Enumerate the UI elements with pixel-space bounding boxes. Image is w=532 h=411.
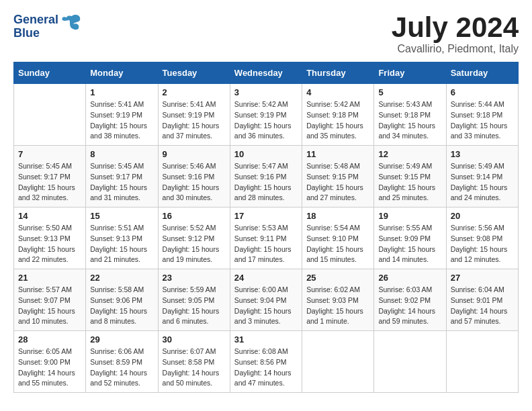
calendar-cell: 14Sunrise: 5:50 AM Sunset: 9:13 PM Dayli… <box>14 208 86 269</box>
calendar-cell: 17Sunrise: 5:53 AM Sunset: 9:11 PM Dayli… <box>230 208 302 269</box>
calendar-cell: 1Sunrise: 5:41 AM Sunset: 9:19 PM Daylig… <box>86 84 158 146</box>
day-number: 28 <box>18 334 81 345</box>
calendar-cell <box>14 84 86 146</box>
calendar-cell: 29Sunrise: 6:06 AM Sunset: 8:59 PM Dayli… <box>86 331 158 393</box>
day-info: Sunrise: 5:47 AM Sunset: 9:16 PM Dayligh… <box>234 161 298 203</box>
calendar-table: SundayMondayTuesdayWednesdayThursdayFrid… <box>13 62 519 393</box>
day-info: Sunrise: 5:52 AM Sunset: 9:12 PM Dayligh… <box>163 223 226 265</box>
calendar-cell: 26Sunrise: 6:03 AM Sunset: 9:02 PM Dayli… <box>374 269 446 331</box>
day-info: Sunrise: 5:57 AM Sunset: 9:07 PM Dayligh… <box>18 285 81 327</box>
day-info: Sunrise: 5:45 AM Sunset: 9:17 PM Dayligh… <box>90 161 153 203</box>
day-number: 20 <box>451 211 514 221</box>
day-number: 18 <box>306 211 369 221</box>
calendar-cell <box>446 331 518 393</box>
day-info: Sunrise: 6:06 AM Sunset: 8:59 PM Dayligh… <box>90 347 153 389</box>
header-day-saturday: Saturday <box>446 62 518 84</box>
day-info: Sunrise: 5:41 AM Sunset: 9:19 PM Dayligh… <box>163 99 226 142</box>
header-day-monday: Monday <box>86 62 158 84</box>
calendar-cell: 18Sunrise: 5:54 AM Sunset: 9:10 PM Dayli… <box>302 208 374 269</box>
calendar-week-row: 7Sunrise: 5:45 AM Sunset: 9:17 PM Daylig… <box>14 146 519 208</box>
day-info: Sunrise: 5:54 AM Sunset: 9:10 PM Dayligh… <box>306 223 369 265</box>
day-info: Sunrise: 6:03 AM Sunset: 9:02 PM Dayligh… <box>378 285 441 327</box>
day-number: 25 <box>306 273 369 283</box>
day-number: 23 <box>163 273 226 283</box>
calendar-cell: 2Sunrise: 5:41 AM Sunset: 9:19 PM Daylig… <box>158 84 230 146</box>
day-number: 24 <box>234 273 298 283</box>
day-number: 13 <box>451 149 514 159</box>
calendar-cell: 5Sunrise: 5:43 AM Sunset: 9:18 PM Daylig… <box>374 84 446 146</box>
calendar-cell: 9Sunrise: 5:46 AM Sunset: 9:16 PM Daylig… <box>158 146 230 208</box>
day-number: 3 <box>234 87 298 97</box>
calendar-cell: 13Sunrise: 5:49 AM Sunset: 9:14 PM Dayli… <box>446 146 518 208</box>
header-day-sunday: Sunday <box>14 62 86 84</box>
logo-bird-icon <box>60 11 84 38</box>
day-number: 6 <box>451 87 514 97</box>
day-number: 12 <box>378 149 441 159</box>
day-info: Sunrise: 5:49 AM Sunset: 9:14 PM Dayligh… <box>451 161 514 203</box>
month-year-title: July 2024 <box>392 13 519 42</box>
day-number: 9 <box>163 149 226 159</box>
day-number: 31 <box>234 334 298 345</box>
calendar-cell: 11Sunrise: 5:48 AM Sunset: 9:15 PM Dayli… <box>302 146 374 208</box>
day-info: Sunrise: 5:45 AM Sunset: 9:17 PM Dayligh… <box>18 161 81 203</box>
calendar-cell: 28Sunrise: 6:05 AM Sunset: 9:00 PM Dayli… <box>14 331 86 393</box>
day-info: Sunrise: 6:05 AM Sunset: 9:00 PM Dayligh… <box>18 347 81 389</box>
calendar-header-row: SundayMondayTuesdayWednesdayThursdayFrid… <box>14 62 519 84</box>
day-info: Sunrise: 5:51 AM Sunset: 9:13 PM Dayligh… <box>90 223 153 265</box>
calendar-cell: 4Sunrise: 5:42 AM Sunset: 9:18 PM Daylig… <box>302 84 374 146</box>
calendar-cell: 22Sunrise: 5:58 AM Sunset: 9:06 PM Dayli… <box>86 269 158 331</box>
day-info: Sunrise: 6:07 AM Sunset: 8:58 PM Dayligh… <box>163 347 226 389</box>
calendar-cell: 8Sunrise: 5:45 AM Sunset: 9:17 PM Daylig… <box>86 146 158 208</box>
header: General Blue July 2024 Cavallirio, Piedm… <box>13 13 519 55</box>
header-day-friday: Friday <box>374 62 446 84</box>
header-day-thursday: Thursday <box>302 62 374 84</box>
title-section: July 2024 Cavallirio, Piedmont, Italy <box>392 13 519 55</box>
calendar-cell: 3Sunrise: 5:42 AM Sunset: 9:19 PM Daylig… <box>230 84 302 146</box>
day-number: 4 <box>306 87 369 97</box>
location-subtitle: Cavallirio, Piedmont, Italy <box>392 43 519 55</box>
calendar-cell: 15Sunrise: 5:51 AM Sunset: 9:13 PM Dayli… <box>86 208 158 269</box>
day-info: Sunrise: 6:08 AM Sunset: 8:56 PM Dayligh… <box>234 347 298 389</box>
day-number: 17 <box>234 211 298 221</box>
day-number: 22 <box>90 273 153 283</box>
header-day-wednesday: Wednesday <box>230 62 302 84</box>
day-info: Sunrise: 5:49 AM Sunset: 9:15 PM Dayligh… <box>378 161 441 203</box>
day-number: 2 <box>163 87 226 97</box>
logo: General Blue <box>13 13 84 40</box>
day-info: Sunrise: 5:53 AM Sunset: 9:11 PM Dayligh… <box>234 223 298 265</box>
calendar-week-row: 14Sunrise: 5:50 AM Sunset: 9:13 PM Dayli… <box>14 208 519 269</box>
day-number: 16 <box>163 211 226 221</box>
calendar-cell: 20Sunrise: 5:56 AM Sunset: 9:08 PM Dayli… <box>446 208 518 269</box>
day-info: Sunrise: 5:44 AM Sunset: 9:18 PM Dayligh… <box>451 99 514 142</box>
calendar-cell <box>374 331 446 393</box>
calendar-cell: 30Sunrise: 6:07 AM Sunset: 8:58 PM Dayli… <box>158 331 230 393</box>
day-info: Sunrise: 6:04 AM Sunset: 9:01 PM Dayligh… <box>451 285 514 327</box>
day-number: 11 <box>306 149 369 159</box>
day-number: 10 <box>234 149 298 159</box>
calendar-cell: 16Sunrise: 5:52 AM Sunset: 9:12 PM Dayli… <box>158 208 230 269</box>
day-info: Sunrise: 6:02 AM Sunset: 9:03 PM Dayligh… <box>306 285 369 327</box>
calendar-week-row: 28Sunrise: 6:05 AM Sunset: 9:00 PM Dayli… <box>14 331 519 393</box>
day-number: 7 <box>18 149 81 159</box>
day-info: Sunrise: 6:00 AM Sunset: 9:04 PM Dayligh… <box>234 285 298 327</box>
calendar-cell: 10Sunrise: 5:47 AM Sunset: 9:16 PM Dayli… <box>230 146 302 208</box>
calendar-cell: 19Sunrise: 5:55 AM Sunset: 9:09 PM Dayli… <box>374 208 446 269</box>
day-info: Sunrise: 5:41 AM Sunset: 9:19 PM Dayligh… <box>90 99 153 142</box>
calendar-cell: 25Sunrise: 6:02 AM Sunset: 9:03 PM Dayli… <box>302 269 374 331</box>
calendar-cell: 24Sunrise: 6:00 AM Sunset: 9:04 PM Dayli… <box>230 269 302 331</box>
logo-blue: Blue <box>13 27 58 40</box>
day-info: Sunrise: 5:42 AM Sunset: 9:19 PM Dayligh… <box>234 99 298 142</box>
day-number: 30 <box>163 334 226 345</box>
day-info: Sunrise: 5:58 AM Sunset: 9:06 PM Dayligh… <box>90 285 153 327</box>
day-number: 1 <box>90 87 153 97</box>
day-info: Sunrise: 5:48 AM Sunset: 9:15 PM Dayligh… <box>306 161 369 203</box>
calendar-cell: 23Sunrise: 5:59 AM Sunset: 9:05 PM Dayli… <box>158 269 230 331</box>
day-info: Sunrise: 5:42 AM Sunset: 9:18 PM Dayligh… <box>306 99 369 142</box>
calendar-week-row: 1Sunrise: 5:41 AM Sunset: 9:19 PM Daylig… <box>14 84 519 146</box>
day-info: Sunrise: 5:43 AM Sunset: 9:18 PM Dayligh… <box>378 99 441 142</box>
header-day-tuesday: Tuesday <box>158 62 230 84</box>
day-number: 21 <box>18 273 81 283</box>
day-number: 8 <box>90 149 153 159</box>
day-number: 15 <box>90 211 153 221</box>
day-number: 19 <box>378 211 441 221</box>
